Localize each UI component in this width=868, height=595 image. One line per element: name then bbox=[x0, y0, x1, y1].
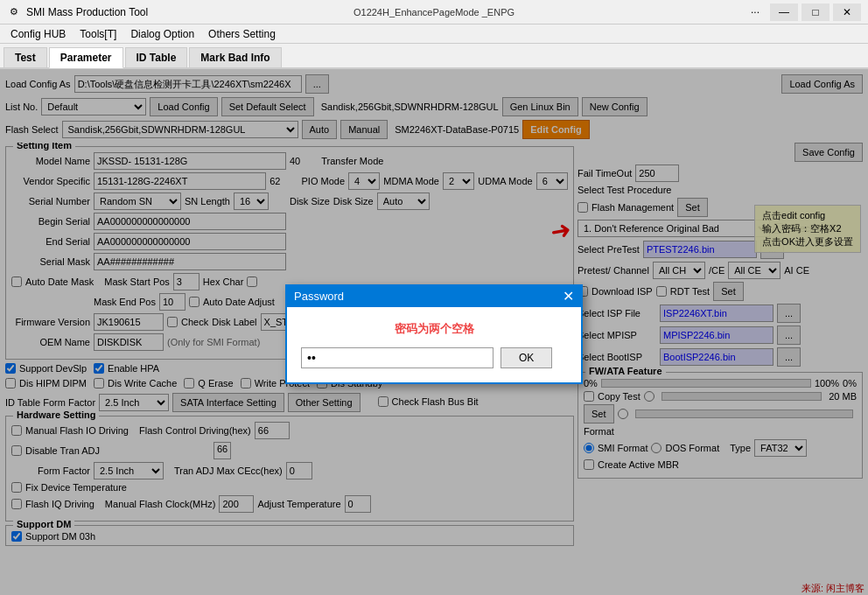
main-content: Load Config As ... Load Config As List N… bbox=[0, 69, 868, 595]
menu-dialog-option[interactable]: Dialog Option bbox=[123, 26, 201, 42]
menu-bar: Config HUB Tools[T] Dialog Option Others… bbox=[0, 24, 868, 44]
menu-config-hub[interactable]: Config HUB bbox=[4, 26, 73, 42]
app-name: SMI Mass Production Tool bbox=[26, 6, 148, 18]
password-overlay: Password ✕ 密码为两个空格 OK bbox=[0, 69, 868, 595]
dialog-input-row: OK bbox=[301, 347, 567, 368]
tab-mark-bad-info[interactable]: Mark Bad Info bbox=[189, 47, 281, 67]
dialog-ok-button[interactable]: OK bbox=[500, 347, 552, 368]
menu-tools[interactable]: Tools[T] bbox=[73, 26, 123, 42]
title-bar: ⚙ SMI Mass Production Tool O1224H_Enhanc… bbox=[0, 0, 868, 24]
tab-id-table[interactable]: ID Table bbox=[125, 47, 188, 67]
maximize-button[interactable]: □ bbox=[802, 4, 830, 21]
tab-test[interactable]: Test bbox=[4, 47, 47, 67]
dialog-close-button[interactable]: ✕ bbox=[563, 290, 574, 304]
dialog-hint: 密码为两个空格 bbox=[301, 321, 567, 337]
dialog-body: 密码为两个空格 OK bbox=[287, 307, 581, 382]
menu-others-setting[interactable]: Others Setting bbox=[201, 26, 283, 42]
window-controls: ... — □ ✕ bbox=[751, 4, 861, 21]
title-center-text: O1224H_EnhancePageMode _ENPG bbox=[354, 7, 514, 18]
app-icon: ⚙ bbox=[7, 5, 21, 19]
password-dialog: Password ✕ 密码为两个空格 OK bbox=[285, 284, 583, 384]
dialog-title-bar: Password ✕ bbox=[287, 286, 581, 307]
password-input[interactable] bbox=[301, 347, 494, 368]
close-button[interactable]: ✕ bbox=[833, 4, 861, 21]
tab-bar: Test Parameter ID Table Mark Bad Info bbox=[0, 44, 868, 69]
ellipsis: ... bbox=[751, 4, 760, 21]
minimize-button[interactable]: — bbox=[770, 4, 798, 21]
dialog-title-text: Password bbox=[294, 290, 344, 303]
tab-parameter[interactable]: Parameter bbox=[49, 47, 123, 68]
